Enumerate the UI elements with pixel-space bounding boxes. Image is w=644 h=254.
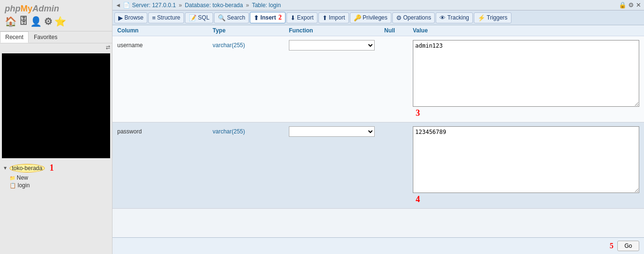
tracking-button[interactable]: 👁 Tracking [436, 12, 473, 23]
password-col-value: 123456789 4 [413, 126, 639, 204]
go-button[interactable]: Go [617, 241, 639, 251]
logo-icons: 🏠 🗄 👤 ⚙ ⭐ [5, 16, 107, 27]
topbar: ◄ 📄 Server: 127.0.0.1 » Database: toko-b… [112, 0, 644, 10]
tree-triangle: ▼ [3, 165, 8, 171]
home-icon[interactable]: 🏠 [5, 16, 17, 27]
username-function-select[interactable]: AES_ENCRYPT MD5 PASSWORD SHA1 DEFAULT NU… [289, 40, 375, 51]
annotation-4: 4 [416, 194, 420, 204]
triggers-label: Triggers [487, 14, 508, 21]
annotation-3: 3 [416, 108, 420, 118]
bottom-bar: 5 Go [112, 237, 644, 254]
username-col-name: username [117, 40, 213, 49]
insert-icon: ⬆ [254, 14, 259, 21]
password-col-function: AES_ENCRYPT MD5 PASSWORD SHA1 DEFAULT NU… [289, 126, 384, 137]
topbar-right: 🔒 ⚙ ✕ [619, 1, 641, 9]
sql-label: SQL [198, 14, 209, 21]
close-icon[interactable]: ✕ [636, 1, 641, 9]
search-label: Search [227, 14, 245, 21]
sidebar-link-bar: ⇄ [0, 43, 112, 51]
header-column: Column [117, 27, 213, 34]
bc-server[interactable]: Server: 127.0.0.1 [132, 2, 176, 9]
logo: phpMyAdmin [5, 4, 107, 14]
column-headers: Column Type Function Null Value [112, 25, 644, 36]
sidebar-db-tree: ▼ toko-berada 1 📁 New 📋 login [0, 160, 112, 254]
topbar-arrow: ◄ [115, 2, 121, 9]
operations-icon: ⚙ [396, 14, 402, 21]
insert-button[interactable]: ⬆ Insert 2 [250, 12, 286, 23]
tab-recent[interactable]: Recent [0, 31, 29, 43]
privileges-label: Privileges [363, 14, 388, 21]
structure-label: Structure [157, 14, 181, 21]
annotation-5: 5 [610, 242, 613, 250]
export-button[interactable]: ⬇ Export [286, 12, 317, 23]
sidebar: phpMyAdmin 🏠 🗄 👤 ⚙ ⭐ Recent Favorites ⇄ … [0, 0, 112, 254]
sql-button[interactable]: 📝 SQL [185, 12, 213, 23]
username-col-function: AES_ENCRYPT MD5 PASSWORD SHA1 DEFAULT NU… [289, 40, 384, 51]
sidebar-tabs: Recent Favorites [0, 31, 112, 43]
tracking-icon: 👁 [440, 14, 446, 21]
tree-login-label[interactable]: login [18, 182, 30, 189]
folder-icon: 📁 [10, 175, 15, 181]
main-area: ◄ 📄 Server: 127.0.0.1 » Database: toko-b… [112, 0, 644, 254]
search-icon: 🔍 [218, 14, 225, 21]
db-icon[interactable]: 🗄 [19, 16, 28, 27]
structure-button[interactable]: ≡ Structure [148, 12, 184, 23]
privileges-button[interactable]: 🔑 Privileges [350, 12, 391, 23]
password-col-type: varchar(255) [213, 126, 289, 135]
page-icon: 📄 [123, 2, 130, 9]
operations-button[interactable]: ⚙ Operations [392, 12, 435, 23]
tree-new-label[interactable]: New [17, 174, 28, 181]
username-value-input[interactable]: admin123 [413, 40, 639, 107]
import-icon: ⬆ [322, 14, 327, 21]
insert-label: Insert [260, 14, 276, 21]
browse-icon: ▶ [118, 14, 123, 21]
tree-login[interactable]: 📋 login [3, 182, 109, 189]
bc-sep1: » [179, 2, 182, 9]
db-name-label[interactable]: toko-berada [10, 164, 45, 173]
username-col-value: admin123 3 [413, 40, 639, 118]
password-col-name: password [117, 126, 213, 135]
triggers-button[interactable]: ⚡ Triggers [474, 12, 511, 23]
header-function: Function [289, 27, 384, 34]
user-icon[interactable]: 👤 [30, 16, 42, 27]
bc-sep2: » [246, 2, 249, 9]
logo-php: php [5, 4, 20, 13]
username-col-null [384, 40, 413, 42]
header-type: Type [213, 27, 289, 34]
password-value-input[interactable]: 123456789 [413, 126, 639, 193]
structure-icon: ≡ [152, 14, 156, 21]
logo-my: My [20, 4, 32, 13]
tree-new[interactable]: 📁 New [3, 174, 109, 182]
export-label: Export [297, 14, 314, 21]
content-area: username varchar(255) AES_ENCRYPT MD5 PA… [112, 36, 644, 237]
browse-button[interactable]: ▶ Browse [114, 12, 147, 23]
sidebar-black-box [2, 53, 110, 158]
import-button[interactable]: ⬆ Import [318, 12, 349, 23]
table-icon: 📋 [10, 183, 16, 189]
export-icon: ⬇ [290, 14, 296, 21]
tracking-label: Tracking [447, 14, 469, 21]
import-label: Import [329, 14, 345, 21]
browse-label: Browse [124, 14, 143, 21]
bc-database[interactable]: Database: toko-berada [185, 2, 243, 9]
row-username: username varchar(255) AES_ENCRYPT MD5 PA… [112, 36, 644, 122]
star-icon[interactable]: ⭐ [54, 16, 66, 27]
db-tree-item[interactable]: ▼ toko-berada 1 [3, 162, 109, 174]
annotation-1: 1 [50, 163, 54, 173]
row-password: password varchar(255) AES_ENCRYPT MD5 PA… [112, 122, 644, 209]
password-function-select[interactable]: AES_ENCRYPT MD5 PASSWORD SHA1 DEFAULT NU… [289, 126, 375, 137]
settings-icon[interactable]: ⚙ [628, 1, 634, 9]
lock-icon: 🔒 [619, 1, 626, 9]
operations-label: Operations [403, 14, 431, 21]
password-col-null [384, 126, 413, 128]
search-button[interactable]: 🔍 Search [214, 12, 249, 23]
header-null: Null [384, 27, 413, 34]
config-icon[interactable]: ⚙ [44, 16, 52, 27]
tab-favorites[interactable]: Favorites [29, 31, 62, 43]
bc-table[interactable]: Table: login [252, 2, 281, 9]
logo-area: phpMyAdmin 🏠 🗄 👤 ⚙ ⭐ [0, 0, 112, 31]
sidebar-link[interactable]: ⇄ [106, 44, 110, 51]
toolbar: ▶ Browse ≡ Structure 📝 SQL 🔍 Search ⬆ In… [112, 10, 644, 25]
privileges-icon: 🔑 [354, 14, 361, 21]
logo-admin: Admin [32, 4, 59, 13]
